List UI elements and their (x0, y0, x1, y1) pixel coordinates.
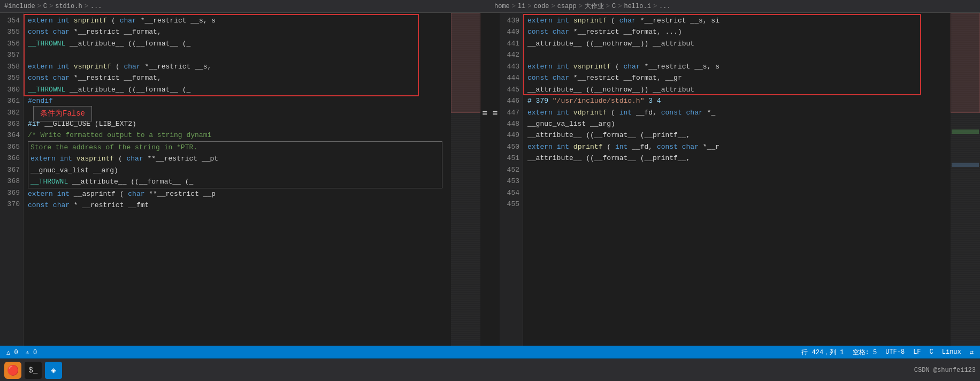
code-line-450: extern int dprintf ( int __fd, const cha… (527, 141, 946, 153)
code-line-359: const char *__restrict __format, (28, 72, 447, 83)
code-line-370: const char * __restrict __fmt (28, 200, 447, 211)
status-sync: ⇄ (970, 348, 974, 356)
status-spaces: 空格: 5 (853, 348, 877, 357)
code-line-447: extern int vdprintf ( int __fd, const ch… (527, 107, 946, 118)
left-panel: 354 355 356 357 358 359 360 361 362 363 … (0, 13, 480, 346)
taskbar-icons: 🔴 $_ ◈ (4, 362, 62, 379)
status-os: Linux (942, 348, 961, 356)
code-line-368: __THROWNL __attribute__ ((__format__ (_ (30, 176, 440, 187)
minimap-left[interactable] (451, 13, 480, 346)
code-line-453 (527, 176, 946, 187)
code-line-442 (527, 49, 946, 60)
main-area: 354 355 356 357 358 359 360 361 362 363 … (0, 13, 980, 346)
code-line-362: 条件为False (28, 107, 447, 118)
code-line-451: __attribute__ ((__format__ (__printf__, (527, 153, 946, 164)
code-line-361: #endif (28, 95, 447, 106)
code-line-369: extern int __asprintf ( char **__restric… (28, 188, 447, 200)
code-box-left: Store the address of the string in *PTR.… (28, 141, 442, 188)
code-line-440: const char *__restrict __format, ...) (527, 26, 946, 37)
equals-sign: = = (480, 13, 500, 346)
code-line-439: extern int snprintf ( char *__restrict _… (527, 15, 946, 26)
left-line-numbers: 354 355 356 357 358 359 360 361 362 363 … (0, 13, 24, 346)
csdn-user: CSDN @shunfei123 (914, 367, 976, 374)
status-language: C (930, 348, 933, 356)
code-line-354: extern int snprintf ( char *__restrict _… (28, 15, 447, 26)
code-line-444: const char *__restrict __format, __gr (527, 72, 946, 83)
breadcrumb-left: #include > C > stdio.h > ... (0, 0, 490, 12)
code-line-366: extern int vasprintf ( char **__restrict… (30, 153, 440, 164)
status-delta: △ 0 (6, 348, 18, 356)
right-line-numbers: 439 440 441 442 443 444 445 446 447 448 … (500, 13, 523, 346)
status-warnings: ⚠ 0 (26, 348, 37, 356)
taskbar-app-icon[interactable]: 🔴 (4, 362, 21, 379)
popup-condition-false: 条件为False (33, 106, 92, 121)
code-line-357 (28, 49, 447, 60)
code-line-364: /* Write formatted output to a string dy… (28, 129, 447, 141)
minimap-right[interactable] (951, 13, 980, 346)
breadcrumb-right: home > li > code > csapp > 大作业 > C > hel… (490, 0, 980, 12)
code-line-446: # 379 "/usr/include/stdio.h" 3 4 (527, 95, 946, 106)
code-line-443: extern int vsnprintf ( char *__restrict … (527, 61, 946, 72)
status-position: 行 424，列 1 (801, 348, 844, 357)
code-line-355: const char *__restrict __format, (28, 26, 447, 37)
taskbar-vscode-icon[interactable]: ◈ (45, 362, 62, 379)
code-line-356: __THROWNL __attribute__ ((__format__ (_ (28, 38, 447, 49)
code-line-365: Store the address of the string in *PTR. (30, 142, 440, 153)
code-line-452 (527, 164, 946, 176)
code-line-358: extern int vsnprintf ( char *__restrict … (28, 61, 447, 72)
taskbar-terminal-icon[interactable]: $_ (25, 362, 42, 379)
status-bar: △ 0 ⚠ 0 行 424，列 1 空格: 5 UTF-8 LF C Linux… (0, 346, 980, 359)
code-line-367: __gnuc_va_list __arg) (30, 165, 440, 176)
code-line-454 (527, 187, 946, 199)
status-line-ending: LF (913, 348, 921, 356)
right-panel: 439 440 441 442 443 444 445 446 447 448 … (500, 13, 980, 346)
code-line-445: __attribute__ ((__nothrow__)) __attribut (527, 84, 946, 95)
code-line-360: __THROWNL __attribute__ ((__format__ (_ (28, 84, 447, 95)
right-code-content[interactable]: extern int snprintf ( char *__restrict _… (523, 13, 951, 346)
code-line-449: __attribute__ ((__format__ (__printf__, (527, 129, 946, 141)
status-left: △ 0 ⚠ 0 (6, 348, 37, 356)
status-right: 行 424，列 1 空格: 5 UTF-8 LF C Linux ⇄ (801, 348, 974, 357)
left-code-content[interactable]: extern int snprintf ( char *__restrict _… (24, 13, 451, 346)
code-line-448: __gnuc_va_list __arg) (527, 118, 946, 129)
code-line-441: __attribute__ ((__nothrow__)) __attribut (527, 38, 946, 49)
status-encoding: UTF-8 (885, 348, 905, 356)
taskbar: 🔴 $_ ◈ CSDN @shunfei123 (0, 359, 980, 381)
code-line-455 (527, 199, 946, 210)
